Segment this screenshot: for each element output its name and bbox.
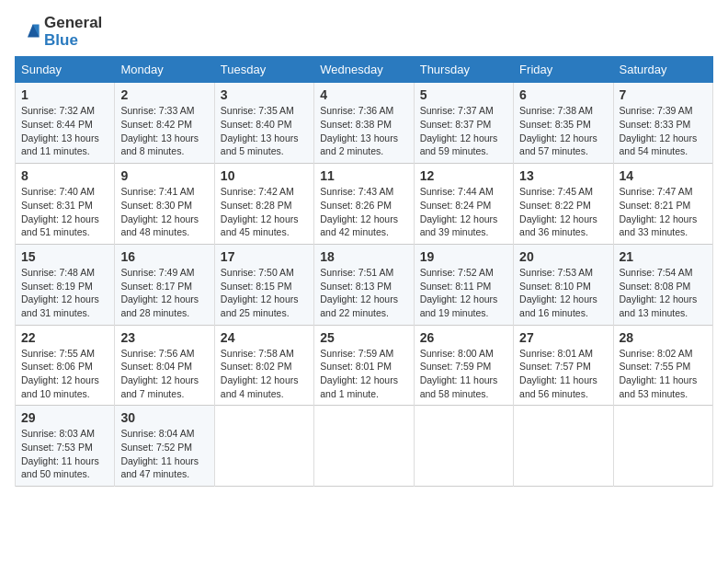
day-number: 28 xyxy=(620,330,707,345)
day-info: Sunrise: 7:52 AM Sunset: 8:11 PM Dayligh… xyxy=(420,266,507,320)
daylight-label: Daylight: 11 hours and 47 minutes. xyxy=(120,455,199,480)
day-number: 10 xyxy=(221,168,308,183)
sunrise-label: Sunrise: 7:32 AM xyxy=(21,105,95,116)
daylight-label: Daylight: 13 hours and 11 minutes. xyxy=(21,132,99,157)
calendar-cell xyxy=(613,406,712,487)
sunrise-label: Sunrise: 7:44 AM xyxy=(420,186,494,197)
day-info: Sunrise: 7:43 AM Sunset: 8:26 PM Dayligh… xyxy=(320,185,407,239)
daylight-label: Daylight: 12 hours and 54 minutes. xyxy=(620,132,698,157)
calendar-cell: 18 Sunrise: 7:51 AM Sunset: 8:13 PM Dayl… xyxy=(314,244,414,325)
daylight-label: Daylight: 12 hours and 28 minutes. xyxy=(120,293,199,318)
sunrise-label: Sunrise: 7:37 AM xyxy=(420,105,494,116)
sunset-label: Sunset: 8:28 PM xyxy=(221,200,292,211)
week-row-2: 8 Sunrise: 7:40 AM Sunset: 8:31 PM Dayli… xyxy=(16,164,713,245)
day-info: Sunrise: 7:49 AM Sunset: 8:17 PM Dayligh… xyxy=(120,266,208,320)
sunrise-label: Sunrise: 7:41 AM xyxy=(120,186,194,197)
logo: General Blue xyxy=(15,15,102,49)
day-info: Sunrise: 7:58 AM Sunset: 8:02 PM Dayligh… xyxy=(221,347,308,401)
calendar-cell: 11 Sunrise: 7:43 AM Sunset: 8:26 PM Dayl… xyxy=(314,164,414,245)
sunrise-label: Sunrise: 7:56 AM xyxy=(120,348,194,359)
daylight-label: Daylight: 12 hours and 19 minutes. xyxy=(420,293,498,318)
daylight-label: Daylight: 12 hours and 36 minutes. xyxy=(519,213,597,238)
day-number: 13 xyxy=(519,168,607,183)
day-number: 21 xyxy=(620,249,707,264)
sunrise-label: Sunrise: 7:40 AM xyxy=(21,186,95,197)
sunset-label: Sunset: 8:31 PM xyxy=(21,200,93,211)
header-wednesday: Wednesday xyxy=(314,57,414,83)
header-monday: Monday xyxy=(115,57,214,83)
day-info: Sunrise: 7:50 AM Sunset: 8:15 PM Dayligh… xyxy=(221,266,308,320)
sunset-label: Sunset: 8:15 PM xyxy=(221,281,292,292)
day-number: 26 xyxy=(420,330,507,345)
calendar-cell: 7 Sunrise: 7:39 AM Sunset: 8:33 PM Dayli… xyxy=(613,83,712,164)
week-row-4: 22 Sunrise: 7:55 AM Sunset: 8:06 PM Dayl… xyxy=(16,325,713,406)
calendar-cell: 1 Sunrise: 7:32 AM Sunset: 8:44 PM Dayli… xyxy=(16,83,115,164)
calendar-cell: 29 Sunrise: 8:03 AM Sunset: 7:53 PM Dayl… xyxy=(16,406,115,487)
calendar-cell: 2 Sunrise: 7:33 AM Sunset: 8:42 PM Dayli… xyxy=(115,83,214,164)
calendar-cell: 3 Sunrise: 7:35 AM Sunset: 8:40 PM Dayli… xyxy=(214,83,313,164)
day-number: 22 xyxy=(21,330,108,345)
sunrise-label: Sunrise: 7:39 AM xyxy=(620,105,693,116)
calendar-cell xyxy=(414,406,513,487)
sunset-label: Sunset: 8:02 PM xyxy=(221,361,292,372)
sunset-label: Sunset: 8:24 PM xyxy=(420,200,492,211)
daylight-label: Daylight: 12 hours and 45 minutes. xyxy=(221,213,299,238)
daylight-label: Daylight: 12 hours and 57 minutes. xyxy=(519,132,597,157)
day-info: Sunrise: 7:53 AM Sunset: 8:10 PM Dayligh… xyxy=(519,266,607,320)
sunrise-label: Sunrise: 8:01 AM xyxy=(519,348,593,359)
daylight-label: Daylight: 12 hours and 39 minutes. xyxy=(420,213,498,238)
sunrise-label: Sunrise: 7:54 AM xyxy=(620,267,693,278)
calendar-cell xyxy=(314,406,414,487)
daylight-label: Daylight: 12 hours and 7 minutes. xyxy=(120,374,199,399)
day-number: 9 xyxy=(120,168,208,183)
day-number: 11 xyxy=(320,168,407,183)
calendar-cell: 25 Sunrise: 7:59 AM Sunset: 8:01 PM Dayl… xyxy=(314,325,414,406)
logo-icon xyxy=(15,19,40,45)
daylight-label: Daylight: 12 hours and 31 minutes. xyxy=(21,293,99,318)
daylight-label: Daylight: 11 hours and 56 minutes. xyxy=(519,374,597,399)
week-row-3: 15 Sunrise: 7:48 AM Sunset: 8:19 PM Dayl… xyxy=(16,244,713,325)
calendar-cell: 20 Sunrise: 7:53 AM Sunset: 8:10 PM Dayl… xyxy=(514,244,613,325)
calendar-cell: 8 Sunrise: 7:40 AM Sunset: 8:31 PM Dayli… xyxy=(16,164,115,245)
calendar-cell: 13 Sunrise: 7:45 AM Sunset: 8:22 PM Dayl… xyxy=(514,164,613,245)
day-number: 14 xyxy=(620,168,707,183)
daylight-label: Daylight: 12 hours and 10 minutes. xyxy=(21,374,99,399)
day-number: 16 xyxy=(120,249,208,264)
sunrise-label: Sunrise: 8:00 AM xyxy=(420,348,494,359)
daylight-label: Daylight: 11 hours and 50 minutes. xyxy=(21,455,99,480)
sunset-label: Sunset: 8:22 PM xyxy=(519,200,591,211)
calendar-cell: 9 Sunrise: 7:41 AM Sunset: 8:30 PM Dayli… xyxy=(115,164,214,245)
day-info: Sunrise: 7:47 AM Sunset: 8:21 PM Dayligh… xyxy=(620,185,707,239)
daylight-label: Daylight: 12 hours and 48 minutes. xyxy=(120,213,199,238)
sunset-label: Sunset: 7:53 PM xyxy=(21,442,93,453)
sunrise-label: Sunrise: 8:02 AM xyxy=(620,348,693,359)
sunset-label: Sunset: 8:44 PM xyxy=(21,119,93,130)
day-info: Sunrise: 8:00 AM Sunset: 7:59 PM Dayligh… xyxy=(420,347,507,401)
day-number: 3 xyxy=(221,87,308,102)
day-number: 8 xyxy=(21,168,108,183)
daylight-label: Daylight: 12 hours and 4 minutes. xyxy=(221,374,299,399)
day-number: 4 xyxy=(320,87,407,102)
header-thursday: Thursday xyxy=(414,57,513,83)
daylight-label: Daylight: 12 hours and 22 minutes. xyxy=(320,293,398,318)
day-info: Sunrise: 7:56 AM Sunset: 8:04 PM Dayligh… xyxy=(120,347,208,401)
calendar-cell xyxy=(214,406,313,487)
day-number: 24 xyxy=(221,330,308,345)
day-info: Sunrise: 7:55 AM Sunset: 8:06 PM Dayligh… xyxy=(21,347,108,401)
day-info: Sunrise: 7:41 AM Sunset: 8:30 PM Dayligh… xyxy=(120,185,208,239)
calendar-cell: 22 Sunrise: 7:55 AM Sunset: 8:06 PM Dayl… xyxy=(16,325,115,406)
daylight-label: Daylight: 12 hours and 33 minutes. xyxy=(620,213,698,238)
sunrise-label: Sunrise: 7:48 AM xyxy=(21,267,95,278)
calendar-cell: 15 Sunrise: 7:48 AM Sunset: 8:19 PM Dayl… xyxy=(16,244,115,325)
day-info: Sunrise: 7:39 AM Sunset: 8:33 PM Dayligh… xyxy=(620,104,707,158)
day-number: 12 xyxy=(420,168,507,183)
header-saturday: Saturday xyxy=(613,57,712,83)
sunrise-label: Sunrise: 7:43 AM xyxy=(320,186,393,197)
day-info: Sunrise: 7:45 AM Sunset: 8:22 PM Dayligh… xyxy=(519,185,607,239)
day-info: Sunrise: 7:44 AM Sunset: 8:24 PM Dayligh… xyxy=(420,185,507,239)
daylight-label: Daylight: 12 hours and 25 minutes. xyxy=(221,293,299,318)
sunset-label: Sunset: 8:13 PM xyxy=(320,281,392,292)
daylight-label: Daylight: 11 hours and 58 minutes. xyxy=(420,374,498,399)
daylight-label: Daylight: 13 hours and 5 minutes. xyxy=(221,132,299,157)
day-number: 1 xyxy=(21,87,108,102)
